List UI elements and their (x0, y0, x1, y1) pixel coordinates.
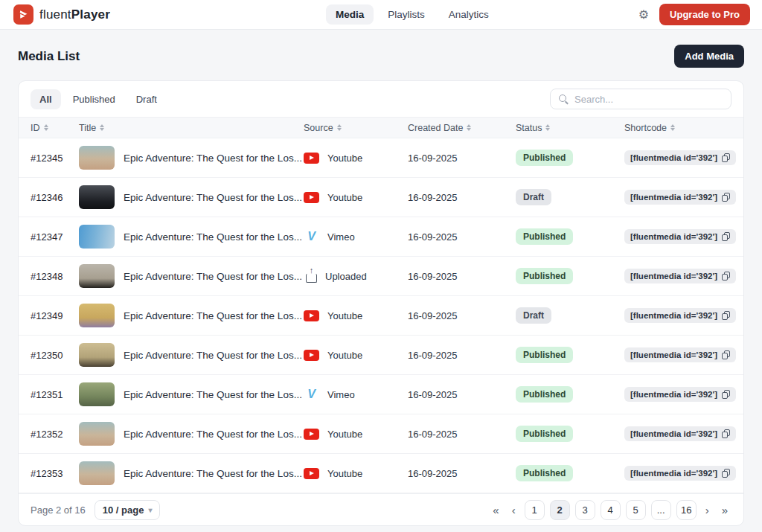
sort-icon (670, 124, 675, 131)
media-id: #12349 (31, 310, 79, 321)
page-button-2[interactable]: 2 (550, 500, 570, 520)
search-box[interactable] (550, 89, 731, 109)
tab-playlists[interactable]: Playlists (378, 4, 435, 25)
column-header-status[interactable]: Status (516, 123, 624, 133)
created-date: 16-09-2025 (408, 153, 516, 164)
card-toolbar: All Published Draft (19, 81, 743, 117)
shortcode-text: [fluentmedia id='392'] (630, 390, 717, 399)
media-thumbnail (79, 304, 115, 327)
search-input[interactable] (574, 94, 723, 105)
media-id: #12345 (31, 153, 79, 164)
page-button-5[interactable]: 5 (626, 500, 646, 520)
copy-icon[interactable] (722, 469, 730, 478)
upgrade-to-pro-button[interactable]: Upgrade to Pro (659, 4, 750, 25)
topbar-actions: ⚙ Upgrade to Pro (638, 4, 750, 25)
media-title: Epic Adventure: The Quest for the Los... (124, 350, 302, 361)
last-page-button[interactable]: » (718, 504, 731, 516)
kebab-menu-icon[interactable]: ⋮ (743, 190, 744, 204)
prev-page-button[interactable]: ‹ (508, 504, 519, 516)
tab-media[interactable]: Media (326, 4, 374, 25)
status-filter-tabs: All Published Draft (31, 89, 166, 109)
upload-icon (306, 274, 317, 283)
kebab-menu-icon[interactable]: ⋮ (743, 427, 744, 440)
kebab-menu-icon[interactable]: ⋮ (743, 230, 744, 243)
sort-icon (337, 124, 342, 131)
brand-name: fluentPlayer (39, 7, 110, 22)
chevron-down-icon: ▾ (148, 506, 152, 514)
vimeo-icon (304, 231, 319, 243)
media-title: Epic Adventure: The Quest for the Los... (124, 192, 302, 203)
media-id: #12350 (31, 350, 79, 361)
source-label: Youtube (327, 350, 362, 361)
brand: fluentPlayer (13, 4, 259, 25)
shortcode-pill[interactable]: [fluentmedia id='392'] (624, 466, 736, 481)
shortcode-text: [fluentmedia id='392'] (630, 193, 717, 202)
gear-icon[interactable]: ⚙ (638, 9, 649, 21)
media-title: Epic Adventure: The Quest for the Los... (124, 271, 302, 282)
page-summary: Page 2 of 16 (31, 504, 86, 516)
copy-icon[interactable] (722, 193, 730, 202)
sort-icon (44, 124, 48, 131)
column-header-source[interactable]: Source (304, 123, 408, 133)
status-badge: Draft (516, 307, 551, 324)
page-title: Media List (18, 49, 80, 64)
filter-tab-all[interactable]: All (31, 89, 61, 109)
shortcode-pill[interactable]: [fluentmedia id='392'] (624, 269, 736, 283)
table-row: #12346 Epic Adventure: The Quest for the… (19, 178, 743, 217)
copy-icon[interactable] (722, 350, 730, 359)
copy-icon[interactable] (722, 272, 730, 281)
media-thumbnail (79, 225, 115, 249)
source-label: Uploaded (325, 271, 367, 282)
page-button-1[interactable]: 1 (525, 500, 545, 520)
shortcode-pill[interactable]: [fluentmedia id='392'] (624, 308, 736, 323)
copy-icon[interactable] (722, 232, 730, 241)
kebab-menu-icon[interactable]: ⋮ (743, 309, 744, 322)
column-header-title[interactable]: Title (79, 123, 304, 133)
table-row: #12351 Epic Adventure: The Quest for the… (19, 375, 743, 414)
shortcode-text: [fluentmedia id='392'] (630, 350, 717, 359)
page-button-3[interactable]: 3 (575, 500, 595, 520)
created-date: 16-09-2025 (408, 389, 516, 400)
kebab-menu-icon[interactable]: ⋮ (743, 269, 744, 283)
page-size-select[interactable]: 10 / page▾ (95, 500, 161, 520)
table-row: #12347 Epic Adventure: The Quest for the… (19, 217, 743, 257)
add-media-button[interactable]: Add Media (674, 45, 744, 68)
column-header-id[interactable]: ID (31, 123, 79, 133)
next-page-button[interactable]: › (702, 504, 713, 516)
page-button-4[interactable]: 4 (601, 500, 621, 520)
page-ellipsis-button[interactable]: ... (651, 500, 671, 520)
copy-icon[interactable] (722, 390, 730, 399)
column-header-created-date[interactable]: Created Date (408, 123, 516, 133)
page-button-16[interactable]: 16 (676, 500, 697, 520)
status-badge: Published (516, 150, 573, 166)
tab-analytics[interactable]: Analytics (439, 4, 499, 25)
status-badge: Published (516, 347, 573, 363)
kebab-menu-icon[interactable]: ⋮ (743, 388, 744, 401)
created-date: 16-09-2025 (408, 192, 516, 203)
column-header-shortcode[interactable]: Shortcode (624, 123, 712, 133)
main-nav: Media Playlists Analytics (326, 4, 638, 25)
shortcode-pill[interactable]: [fluentmedia id='392'] (624, 150, 736, 165)
kebab-menu-icon[interactable]: ⋮ (743, 467, 744, 480)
filter-tab-draft[interactable]: Draft (127, 89, 166, 109)
media-thumbnail (79, 185, 115, 209)
shortcode-pill[interactable]: [fluentmedia id='392'] (624, 387, 736, 402)
source-label: Youtube (327, 468, 362, 479)
copy-icon[interactable] (722, 153, 730, 162)
kebab-menu-icon[interactable]: ⋮ (743, 348, 744, 362)
shortcode-pill[interactable]: [fluentmedia id='392'] (624, 347, 736, 362)
copy-icon[interactable] (722, 311, 730, 320)
media-title: Epic Adventure: The Quest for the Los... (124, 310, 302, 321)
kebab-menu-icon[interactable]: ⋮ (743, 151, 744, 164)
shortcode-pill[interactable]: [fluentmedia id='392'] (624, 190, 736, 205)
copy-icon[interactable] (722, 429, 730, 438)
filter-tab-published[interactable]: Published (64, 89, 124, 109)
shortcode-text: [fluentmedia id='392'] (630, 469, 717, 478)
created-date: 16-09-2025 (408, 231, 516, 243)
shortcode-pill[interactable]: [fluentmedia id='392'] (624, 426, 736, 441)
shortcode-pill[interactable]: [fluentmedia id='392'] (624, 229, 736, 244)
source-label: Vimeo (327, 231, 355, 243)
first-page-button[interactable]: « (489, 504, 502, 516)
media-id: #12346 (31, 192, 79, 203)
shortcode-text: [fluentmedia id='392'] (630, 153, 717, 162)
